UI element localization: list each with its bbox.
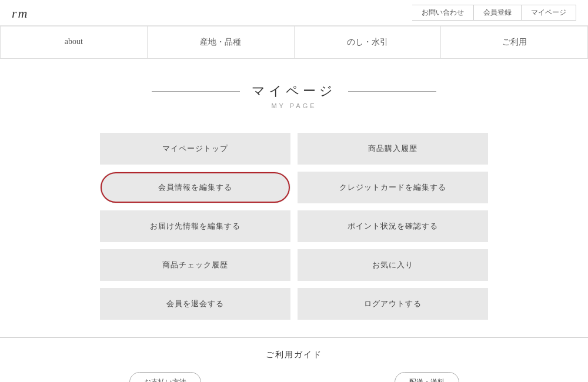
- menu-btn-8[interactable]: 会員を退会する: [100, 288, 290, 320]
- page-title-section: マイページ MY PAGE: [0, 59, 588, 127]
- nav-item-about[interactable]: about: [0, 26, 148, 58]
- contact-link[interactable]: お問い合わせ: [412, 5, 474, 21]
- menu-btn-9[interactable]: ログアウトする: [298, 288, 488, 320]
- menu-btn-7[interactable]: お気に入り: [298, 249, 488, 281]
- page-title-japanese: マイページ: [12, 82, 576, 100]
- menu-grid: マイページトップ商品購入履歴会員情報を編集するクレジットカードを編集するお届け先…: [88, 133, 500, 320]
- nav-bar: about 産地・品種 のし・水引 ご利用: [0, 26, 588, 59]
- mypage-link[interactable]: マイページ: [522, 5, 576, 21]
- footer-guide: ご利用ガイド お支払い方法配送・送料: [0, 337, 588, 382]
- footer-btn-0[interactable]: お支払い方法: [129, 372, 201, 382]
- nav-item-origin[interactable]: 産地・品種: [148, 26, 295, 58]
- footer-guide-title: ご利用ガイド: [12, 350, 576, 360]
- menu-btn-2[interactable]: 会員情報を編集する: [100, 172, 290, 203]
- page-title-english: MY PAGE: [12, 102, 576, 109]
- footer-buttons: お支払い方法配送・送料: [12, 372, 576, 382]
- menu-btn-1[interactable]: 商品購入履歴: [298, 133, 488, 165]
- nav-item-usage[interactable]: ご利用: [441, 26, 588, 58]
- nav-item-noshi[interactable]: のし・水引: [295, 26, 442, 58]
- register-link[interactable]: 会員登録: [474, 5, 522, 21]
- footer-btn-1[interactable]: 配送・送料: [395, 372, 459, 382]
- menu-btn-3[interactable]: クレジットカードを編集する: [298, 172, 488, 203]
- menu-btn-5[interactable]: ポイント状況を確認する: [298, 210, 488, 242]
- menu-btn-4[interactable]: お届け先情報を編集する: [100, 210, 290, 242]
- menu-btn-0[interactable]: マイページトップ: [100, 133, 290, 165]
- logo: rm: [12, 6, 28, 21]
- menu-btn-6[interactable]: 商品チェック履歴: [100, 249, 290, 281]
